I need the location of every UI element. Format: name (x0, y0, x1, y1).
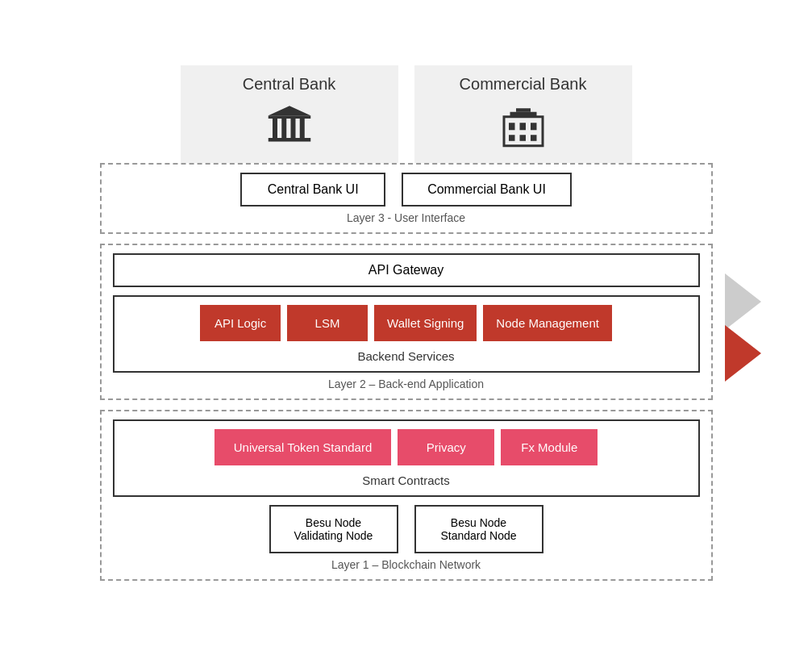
lsm-module: LSM (287, 305, 368, 341)
commercial-bank-ui-label: Commercial Bank UI (427, 182, 546, 196)
besu-standard-label: Besu NodeStandard Node (440, 516, 516, 542)
wallet-signing-module: Wallet Signing (374, 305, 477, 341)
privacy-module: Privacy (398, 429, 494, 465)
svg-rect-12 (519, 135, 526, 141)
svg-rect-3 (273, 119, 277, 138)
svg-rect-11 (509, 135, 515, 141)
smart-contracts-box: Universal Token Standard Privacy Fx Modu… (113, 419, 700, 497)
api-logic-module: API Logic (200, 305, 281, 341)
svg-rect-10 (531, 123, 537, 130)
svg-rect-8 (509, 123, 515, 130)
layer3-label: Layer 3 - User Interface (113, 211, 700, 227)
svg-rect-13 (531, 135, 537, 141)
arrow-red-icon[interactable] (725, 325, 761, 382)
svg-rect-6 (299, 119, 304, 138)
red-modules-row: API Logic LSM Wallet Signing Node Manage… (123, 305, 690, 341)
besu-validating-label: Besu NodeValidating Node (294, 516, 373, 542)
ui-boxes-row: Central Bank UI Commercial Bank UI (113, 173, 700, 207)
backend-services-label: Backend Services (123, 346, 690, 366)
commercial-bank-title: Commercial Bank (460, 75, 587, 94)
svg-rect-0 (268, 138, 310, 142)
layer3-container: Central Bank UI Commercial Bank UI Layer… (100, 163, 713, 234)
commercial-bank-ui-box: Commercial Bank UI (402, 173, 572, 207)
bank-headers: Central Bank Commercial Bank (100, 65, 713, 163)
svg-rect-9 (519, 123, 526, 130)
central-bank-ui-box: Central Bank UI (240, 173, 385, 207)
svg-rect-14 (510, 111, 536, 116)
svg-rect-15 (516, 108, 531, 112)
universal-token-module: Universal Token Standard (214, 429, 392, 465)
svg-rect-7 (504, 116, 543, 145)
layer1-label: Layer 1 – Blockchain Network (113, 558, 700, 574)
besu-validating-node: Besu NodeValidating Node (269, 505, 398, 553)
svg-rect-1 (268, 115, 310, 119)
api-gateway-box: API Gateway (113, 253, 700, 287)
svg-rect-4 (281, 119, 286, 138)
central-bank-header: Central Bank (181, 65, 398, 163)
central-bank-icon (265, 102, 314, 150)
layer2-container: API Gateway API Logic LSM Wallet Signing… (100, 244, 713, 400)
commercial-bank-icon (499, 102, 548, 150)
architecture-diagram: Central Bank Commercial Bank (100, 65, 713, 590)
layer1-container: Universal Token Standard Privacy Fx Modu… (100, 410, 713, 581)
node-management-module: Node Management (483, 305, 612, 341)
fx-module: Fx Module (501, 429, 598, 465)
backend-services-container: API Logic LSM Wallet Signing Node Manage… (113, 295, 700, 373)
navigation-arrows[interactable] (725, 273, 761, 382)
central-bank-ui-label: Central Bank UI (268, 182, 359, 196)
api-gateway-label: API Gateway (369, 263, 443, 277)
central-bank-title: Central Bank (243, 75, 336, 94)
commercial-bank-header: Commercial Bank (414, 65, 632, 163)
svg-rect-5 (290, 119, 295, 138)
besu-nodes-row: Besu NodeValidating Node Besu NodeStanda… (113, 505, 700, 553)
layer2-label: Layer 2 – Back-end Application (113, 378, 700, 394)
arrow-gray-icon (725, 273, 761, 330)
pink-modules-row: Universal Token Standard Privacy Fx Modu… (123, 429, 690, 465)
besu-standard-node: Besu NodeStandard Node (414, 505, 543, 553)
smart-contracts-label: Smart Contracts (123, 470, 690, 490)
svg-marker-2 (268, 106, 310, 115)
